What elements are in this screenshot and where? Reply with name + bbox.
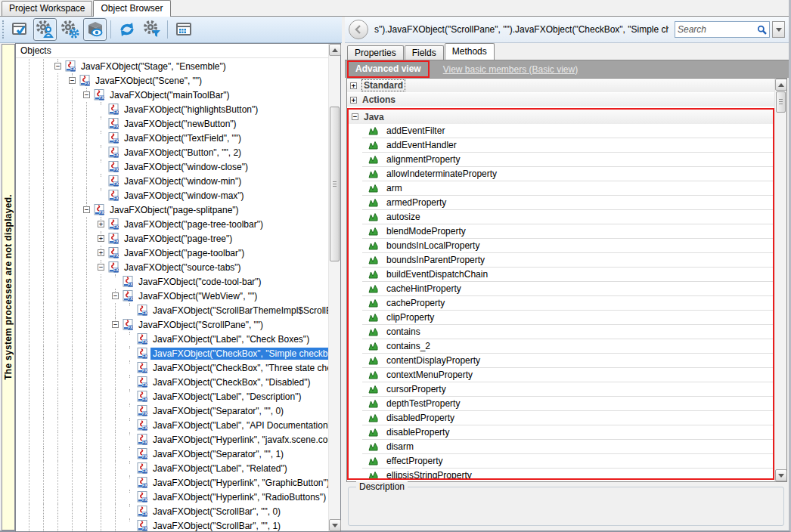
tree-item[interactable]: −FXJavaFXObject("Scene", "") xyxy=(16,73,328,88)
expand-icon[interactable]: + xyxy=(98,249,104,256)
collapse-icon[interactable]: − xyxy=(69,77,76,84)
method-row[interactable]: allowIndeterminateProperty xyxy=(362,167,773,181)
refresh-icon[interactable] xyxy=(115,18,138,41)
section-header-java[interactable]: −Java xyxy=(349,110,773,124)
method-row[interactable]: cursorProperty xyxy=(362,382,773,397)
method-row[interactable]: cacheHintProperty xyxy=(362,282,773,296)
tree-item[interactable]: −FXJavaFXObject("page-splitpane") xyxy=(16,203,328,217)
tree-item[interactable]: FXJavaFXObject("window-close") xyxy=(16,159,328,174)
method-row[interactable]: boundsInParentProperty xyxy=(362,253,773,268)
collapse-icon[interactable]: − xyxy=(352,113,358,120)
members-vertical-scrollbar[interactable] xyxy=(774,79,786,481)
object-spy-icon[interactable] xyxy=(83,18,107,41)
tree-item[interactable]: FXJavaFXObject("Label", "Check Boxes") xyxy=(16,332,328,346)
tree-item[interactable]: FXJavaFXObject("Separator", "", 0) xyxy=(16,404,328,418)
method-row[interactable]: addEventHandler xyxy=(362,138,773,153)
tab-methods[interactable]: Methods xyxy=(445,43,495,60)
expander-icon[interactable]: − xyxy=(94,260,108,274)
method-row[interactable]: cacheProperty xyxy=(362,296,773,311)
tab-project-workspace[interactable]: Project Workspace xyxy=(2,1,92,16)
tree-scrollbar-thumb[interactable] xyxy=(330,107,340,261)
collapse-icon[interactable]: − xyxy=(83,206,90,213)
scroll-up-icon[interactable] xyxy=(329,44,341,56)
expander-icon[interactable]: − xyxy=(65,73,79,88)
method-row[interactable]: contentDisplayProperty xyxy=(362,354,773,368)
tree-item[interactable]: FXJavaFXObject("CheckBox", "Disabled") xyxy=(16,375,328,389)
method-row[interactable]: blendModeProperty xyxy=(362,224,773,239)
tree-item[interactable]: −FXJavaFXObject("mainToolBar") xyxy=(16,88,328,102)
filter-gear-icon[interactable] xyxy=(140,18,163,41)
scroll-down-icon[interactable] xyxy=(775,469,787,481)
method-row[interactable]: contains xyxy=(362,325,773,339)
tree-item[interactable]: FXJavaFXObject("Hyperlink", "RadioButton… xyxy=(16,490,328,504)
members-scrollbar-thumb[interactable] xyxy=(776,91,786,113)
tree-item[interactable]: FXJavaFXObject("code-tool-bar") xyxy=(16,274,328,289)
expander-icon[interactable]: − xyxy=(108,317,123,332)
tree-item[interactable]: FXJavaFXObject("Label", "Description") xyxy=(16,389,328,404)
tree-item[interactable]: +FXJavaFXObject("page-tree") xyxy=(16,231,328,246)
tab-object-browser[interactable]: Object Browser xyxy=(93,0,170,17)
section-header-actions[interactable]: +Actions xyxy=(347,93,774,107)
tree-item[interactable]: FXJavaFXObject("ScrollBar", "", 1) xyxy=(16,518,328,531)
toolbar-drag-handle-icon[interactable] xyxy=(2,20,5,39)
tree-item[interactable]: +FXJavaFXObject("page-tree-toolbar") xyxy=(16,217,328,231)
collapse-icon[interactable]: − xyxy=(112,321,119,328)
method-row[interactable]: armedProperty xyxy=(362,196,773,210)
method-row[interactable]: addEventFilter xyxy=(362,124,773,138)
tree-vertical-scrollbar[interactable] xyxy=(328,44,340,531)
tree-item[interactable]: −FXJavaFXObject("source-tabs") xyxy=(16,260,328,274)
tree-item[interactable]: +FXJavaFXObject("page-toolbar") xyxy=(16,246,328,260)
method-row[interactable]: contextMenuProperty xyxy=(362,368,773,382)
tree-item[interactable]: −FXJavaFXObject("Stage", "Ensemble") xyxy=(16,59,328,73)
method-row[interactable]: autosize xyxy=(362,210,773,224)
expander-icon[interactable]: + xyxy=(94,217,108,231)
expand-icon[interactable]: + xyxy=(350,82,357,89)
expander-icon[interactable]: + xyxy=(94,246,108,260)
tab-fields[interactable]: Fields xyxy=(405,45,444,60)
tree-item[interactable]: FXJavaFXObject("window-max") xyxy=(16,188,328,203)
tab-properties[interactable]: Properties xyxy=(347,45,404,60)
expander-icon[interactable]: − xyxy=(79,203,94,217)
collapse-icon[interactable]: − xyxy=(54,63,61,70)
tree-item[interactable]: −FXJavaFXObject("WebView", "") xyxy=(16,289,328,303)
expander-icon[interactable]: − xyxy=(79,88,94,102)
method-row[interactable]: buildEventDispatchChain xyxy=(362,268,773,282)
method-row[interactable]: ellipsisStringProperty xyxy=(362,469,773,480)
tree-item[interactable]: −FXJavaFXObject("ScrollPane", "") xyxy=(16,317,328,332)
tree-item[interactable]: FXJavaFXObject("CheckBox", "Three state … xyxy=(16,360,328,375)
expander-icon[interactable]: − xyxy=(108,289,123,303)
section-header-standard[interactable]: +Standard xyxy=(347,79,774,93)
collapse-icon[interactable]: − xyxy=(83,91,90,98)
back-button[interactable] xyxy=(349,20,368,39)
expand-icon[interactable]: + xyxy=(98,235,104,242)
method-row[interactable]: effectProperty xyxy=(362,454,773,469)
collapse-icon[interactable]: − xyxy=(98,264,104,271)
tree-item[interactable]: FXJavaFXObject("Hyperlink", "GraphicButt… xyxy=(16,475,328,490)
search-icon[interactable] xyxy=(757,24,767,36)
method-row[interactable]: disabledProperty xyxy=(362,411,773,425)
method-row[interactable]: arm xyxy=(362,181,773,196)
tree-item[interactable]: FXJavaFXObject("CheckBox", "Simple check… xyxy=(16,346,328,360)
expander-icon[interactable]: − xyxy=(51,59,65,73)
expand-icon[interactable]: + xyxy=(350,97,357,104)
method-row[interactable]: disarm xyxy=(362,440,773,454)
method-row[interactable]: disableProperty xyxy=(362,425,773,440)
method-row[interactable]: boundsInLocalProperty xyxy=(362,239,773,253)
tree-item[interactable]: FXJavaFXObject("ScrollBar", "", 0) xyxy=(16,504,328,518)
method-row[interactable]: contains_2 xyxy=(362,339,773,354)
tree-item[interactable]: FXJavaFXObject("ScrollBarThemeImpl$Scrol… xyxy=(16,303,328,317)
basic-view-link[interactable]: View basic members (Basic view) xyxy=(443,64,579,75)
expander-icon[interactable]: + xyxy=(94,231,108,246)
tree-item[interactable]: FXJavaFXObject("Hyperlink", "javafx.scen… xyxy=(16,432,328,447)
tree-item[interactable]: FXJavaFXObject("Label", "Related") xyxy=(16,461,328,475)
scroll-up-icon[interactable] xyxy=(775,79,787,91)
search-input[interactable] xyxy=(678,24,757,35)
search-dropdown-button[interactable] xyxy=(772,21,785,38)
panel-window-icon[interactable] xyxy=(172,18,195,41)
collapse-icon[interactable]: − xyxy=(112,292,119,299)
method-row[interactable]: alignmentProperty xyxy=(362,153,773,167)
tree-item[interactable]: FXJavaFXObject("newButton") xyxy=(16,116,328,131)
method-row[interactable]: clipProperty xyxy=(362,311,773,325)
tree-item[interactable]: FXJavaFXObject("Separator", "", 1) xyxy=(16,447,328,461)
select-window-icon[interactable] xyxy=(8,18,32,41)
